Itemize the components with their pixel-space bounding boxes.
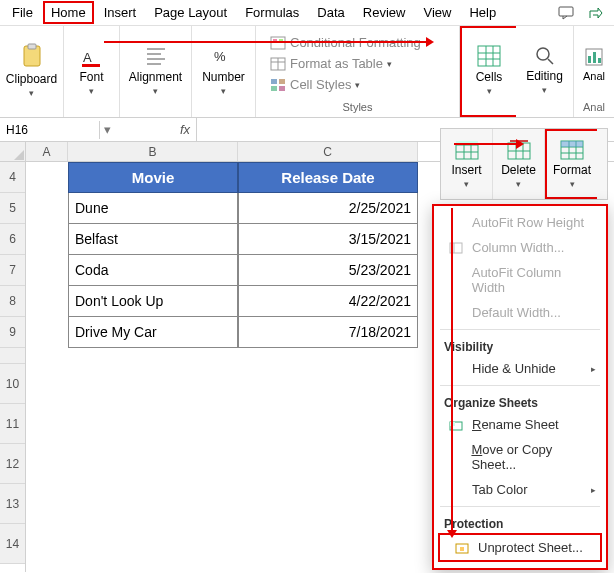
table-cell[interactable]: 2/25/2021	[238, 193, 418, 224]
row-header[interactable]: 11	[0, 404, 25, 444]
row-header[interactable]: 7	[0, 255, 25, 286]
row-header[interactable]: 9	[0, 317, 25, 348]
chevron-down-icon: ▾	[464, 179, 469, 189]
table-icon	[270, 57, 286, 71]
menu-bar: File Home Insert Page Layout Formulas Da…	[0, 0, 614, 26]
chevron-down-icon: ▾	[221, 86, 226, 96]
menu-move-or-copy[interactable]: Move or Copy Sheet...	[434, 437, 606, 477]
svg-rect-10	[271, 37, 285, 49]
column-header[interactable]: A	[26, 142, 68, 161]
delete-cells-button[interactable]: Delete ▾	[493, 129, 545, 199]
ribbon-group-editing: Editing ▾	[516, 26, 574, 117]
table-cell[interactable]: Don't Look Up	[68, 286, 238, 317]
clipboard-button[interactable]: Clipboard ▾	[4, 37, 59, 103]
table-cell[interactable]: Coda	[68, 255, 238, 286]
row-header[interactable]: 4	[0, 162, 25, 193]
svg-rect-30	[598, 58, 601, 63]
number-button[interactable]: % Number ▾	[199, 37, 249, 103]
menu-column-width[interactable]: Column Width...	[434, 235, 606, 260]
share-icon[interactable]	[582, 2, 610, 24]
menu-autofit-row-height[interactable]: AutoFit Row Height	[434, 210, 606, 235]
svg-text:A: A	[83, 50, 92, 65]
menu-review[interactable]: Review	[355, 1, 414, 24]
row-header[interactable]: 8	[0, 286, 25, 317]
menu-data[interactable]: Data	[309, 1, 352, 24]
chevron-down-icon: ▾	[516, 179, 521, 189]
table-cell[interactable]: 7/18/2021	[238, 317, 418, 348]
cell[interactable]	[26, 193, 68, 224]
conditional-formatting-button[interactable]: Conditional Formatting▾	[266, 33, 434, 52]
chevron-right-icon: ▸	[591, 485, 596, 495]
fx-icon[interactable]: fx	[174, 122, 196, 137]
cell[interactable]	[26, 286, 68, 317]
menu-help[interactable]: Help	[461, 1, 504, 24]
insert-cells-button[interactable]: Insert ▾	[441, 129, 493, 199]
chevron-down-icon: ▾	[153, 86, 158, 96]
svg-line-26	[548, 59, 553, 64]
table-cell[interactable]: Dune	[68, 193, 238, 224]
table-header-cell[interactable]: Release Date	[238, 162, 418, 193]
editing-button[interactable]: Editing ▾	[520, 37, 570, 103]
table-header-cell[interactable]: Movie	[68, 162, 238, 193]
format-as-table-button[interactable]: Format as Table▾	[266, 54, 434, 73]
name-box[interactable]: H16	[0, 121, 100, 139]
ribbon-group-number: % Number ▾	[192, 26, 256, 117]
cell-styles-button[interactable]: Cell Styles▾	[266, 75, 434, 94]
table-cell[interactable]: Belfast	[68, 224, 238, 255]
analyze-button[interactable]: Anal	[576, 31, 612, 97]
alignment-button[interactable]: Alignment ▾	[127, 37, 184, 103]
menu-hide-unhide[interactable]: Hide & Unhide ▸	[434, 356, 606, 381]
menu-file[interactable]: File	[4, 1, 41, 24]
table-cell[interactable]: 3/15/2021	[238, 224, 418, 255]
font-button[interactable]: A Font ▾	[67, 37, 117, 103]
row-header[interactable]: 5	[0, 193, 25, 224]
cell[interactable]	[26, 224, 68, 255]
svg-rect-19	[279, 86, 285, 91]
menu-insert[interactable]: Insert	[96, 1, 145, 24]
menu-view[interactable]: View	[415, 1, 459, 24]
select-all-corner[interactable]	[0, 142, 25, 162]
number-icon: %	[212, 44, 236, 68]
svg-rect-35	[456, 141, 478, 145]
format-icon	[559, 139, 585, 161]
menu-formulas[interactable]: Formulas	[237, 1, 307, 24]
row-header[interactable]: 10	[0, 364, 25, 404]
column-width-icon	[448, 241, 464, 255]
menu-autofit-column-width[interactable]: AutoFit Column Width	[434, 260, 606, 300]
row-header[interactable]: 6	[0, 224, 25, 255]
name-box-dropdown[interactable]: ▾	[100, 122, 114, 137]
column-header[interactable]: B	[68, 142, 238, 161]
svg-rect-28	[588, 56, 591, 63]
menu-default-width[interactable]: Default Width...	[434, 300, 606, 325]
ribbon-group-analyze: Anal Anal	[574, 26, 614, 117]
row-header[interactable]	[0, 348, 25, 364]
format-dropdown-menu: AutoFit Row Height Column Width... AutoF…	[432, 204, 608, 570]
svg-rect-17	[279, 79, 285, 84]
row-header[interactable]: 13	[0, 484, 25, 524]
chevron-down-icon: ▾	[487, 86, 492, 96]
chevron-right-icon: ▸	[591, 364, 596, 374]
svg-rect-20	[478, 46, 500, 66]
rename-icon	[448, 418, 464, 432]
table-cell[interactable]: Drive My Car	[68, 317, 238, 348]
cell[interactable]	[26, 317, 68, 348]
analyze-icon	[583, 46, 605, 68]
column-header[interactable]: C	[238, 142, 418, 161]
menu-rename-sheet[interactable]: Rename Sheet	[434, 412, 606, 437]
menu-home[interactable]: Home	[43, 1, 94, 24]
ribbon: Clipboard ▾ A Font ▾ Alignment ▾	[0, 26, 614, 118]
menu-tab-color[interactable]: Tab Color ▸	[434, 477, 606, 502]
format-cells-button[interactable]: Format ▾	[545, 129, 597, 199]
row-header[interactable]: 12	[0, 444, 25, 484]
cell-styles-icon	[270, 78, 286, 92]
cell[interactable]	[26, 255, 68, 286]
table-cell[interactable]: 5/23/2021	[238, 255, 418, 286]
menu-unprotect-sheet[interactable]: Unprotect Sheet...	[438, 533, 602, 562]
table-cell[interactable]: 4/22/2021	[238, 286, 418, 317]
menu-page-layout[interactable]: Page Layout	[146, 1, 235, 24]
comments-icon[interactable]	[552, 2, 580, 24]
cells-button[interactable]: Cells ▾	[464, 37, 514, 103]
cell[interactable]	[26, 162, 68, 193]
alignment-icon	[144, 44, 168, 68]
row-header[interactable]: 14	[0, 524, 25, 564]
